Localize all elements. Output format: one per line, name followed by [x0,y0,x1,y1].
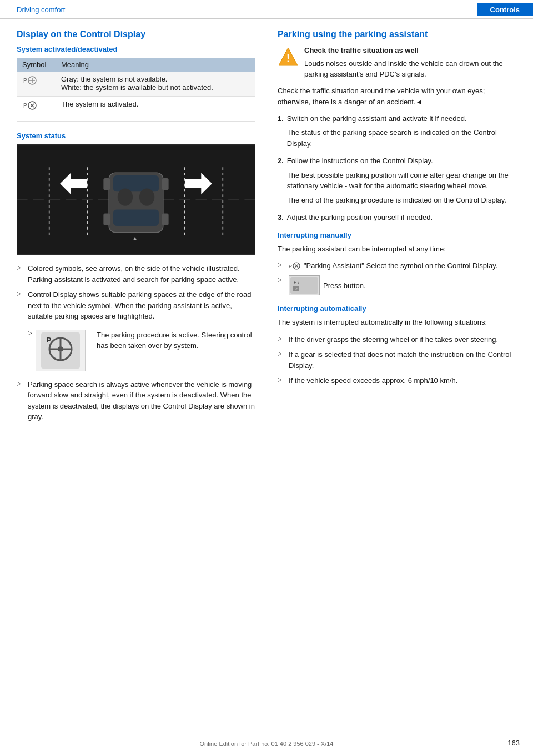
parking-procedure-row: ▷ P The parking pr [17,330,255,371]
auto-interrupt-list: If the driver grasps the steering wheel … [278,334,516,386]
bullet-list-left-2: Parking space search is always active wh… [17,379,255,422]
parking-icon-inline: P [289,260,301,271]
main-content: Display on the Control Display System ac… [0,19,533,430]
svg-rect-24 [162,213,169,225]
interrupt-item-2: P / ▷ Press button. [278,275,516,295]
right-section-title: Parking using the parking assistant [278,29,516,39]
interrupting-manually-para: The parking assistant can be interrupted… [278,244,516,255]
meaning-cell-2: The system is activated. [56,97,255,122]
bullet-list-left: Colored symbols, see arrows, on the side… [17,263,255,322]
footer: Online Edition for Part no. 01 40 2 956 … [0,740,533,747]
parking-proc-text: The parking procedure is active. Steerin… [97,330,255,351]
parking-symbol-active: P [22,108,38,117]
svg-text:P: P [23,103,27,109]
interrupting-auto-section: Interrupting automatically The system is… [278,304,516,386]
list-item: If the driver grasps the steering wheel … [278,334,516,345]
svg-text:P: P [23,78,27,84]
footer-text: Online Edition for Part no. 01 40 2 956 … [200,740,334,747]
page-number: 163 [507,739,520,747]
step-1-sub: The status of the parking space search i… [287,127,516,149]
step-1-main: Switch on the parking assistant and acti… [287,113,516,124]
symbol-table: Symbol Meaning P [17,58,255,122]
symbol-cell-2: P [17,97,56,122]
table-header-symbol: Symbol [17,58,56,72]
interrupt-item-2-text: Press button. [323,280,366,291]
svg-rect-21 [103,178,110,190]
svg-rect-22 [162,178,169,190]
left-section-title: Display on the Control Display [17,29,255,39]
interrupting-manually-title: Interrupting manually [278,231,516,239]
svg-point-28 [58,346,63,352]
step-2-sub1: The best possible parking position will … [287,170,516,191]
warning-text: Check the traffic situation as well Loud… [304,45,516,80]
list-item: Colored symbols, see arrows, on the side… [17,263,255,285]
para1: Check the traffic situation around the v… [278,85,516,108]
symbol-cell-1: P [17,72,56,97]
list-item: Control Display shows suitable parking s… [17,289,255,322]
warning-icon: ! [278,46,299,67]
page-header: Driving comfort Controls [0,0,533,19]
svg-rect-23 [103,213,110,225]
numbered-steps: 1. Switch on the parking assistant and a… [278,113,516,223]
parking-procedure-icon: P [36,330,86,371]
svg-text:/: / [298,280,299,284]
list-item: If the vehicle speed exceeds approx. 6 m… [278,375,516,386]
step-1: 1. Switch on the parking assistant and a… [278,113,516,149]
svg-text:!: ! [286,53,290,64]
step-2-main: Follow the instructions on the Control D… [287,155,516,167]
step-2: 2. Follow the instructions on the Contro… [278,155,516,205]
system-status-image: ▲ [17,144,255,255]
list-item: Parking space search is always active wh… [17,379,255,422]
svg-rect-12 [113,210,159,226]
table-row: P Gray: the system is not available. Whi… [17,72,255,97]
svg-text:P: P [47,336,51,344]
press-button-image: P / ▷ [289,275,320,295]
list-item: If a gear is selected that does not matc… [278,349,516,371]
svg-text:P: P [294,280,296,285]
subsection1-title: System activated/deactivated [17,45,255,53]
svg-point-14 [139,188,154,205]
svg-text:▲: ▲ [132,235,138,241]
svg-text:P: P [289,264,292,269]
interrupting-auto-title: Interrupting automatically [278,304,516,313]
table-row: P The system is activated. [17,97,255,122]
step-2-sub2: The end of the parking procedure is indi… [287,195,516,206]
interrupt-item-1: P "Parking Assistant" Select the symbol … [278,260,516,271]
interrupting-auto-para: The system is interrupted automatically … [278,317,516,328]
header-chapter-label: Controls [477,3,533,16]
subsection2-title: System status [17,132,255,140]
warning-line1: Check the traffic situation as well [304,45,516,56]
svg-rect-11 [113,175,159,191]
parking-symbol-inactive: P [22,83,38,92]
table-header-meaning: Meaning [56,58,255,72]
meaning-cell-1: Gray: the system is not available. White… [56,72,255,97]
svg-point-13 [118,188,133,205]
warning-body: Louds noises outside and inside the vehi… [304,58,516,80]
step-3-main: Adjust the parking position yourself if … [287,212,516,223]
step-3: 3. Adjust the parking position yourself … [278,212,516,223]
page-number-text: 163 [507,739,520,747]
warning-box: ! Check the traffic situation as well Lo… [278,45,516,80]
left-column: Display on the Control Display System ac… [0,29,266,430]
right-column: Parking using the parking assistant ! Ch… [266,29,533,430]
header-section-label: Driving comfort [0,6,477,14]
interrupt-item-1-text: "Parking Assistant" Select the symbol on… [304,260,497,271]
